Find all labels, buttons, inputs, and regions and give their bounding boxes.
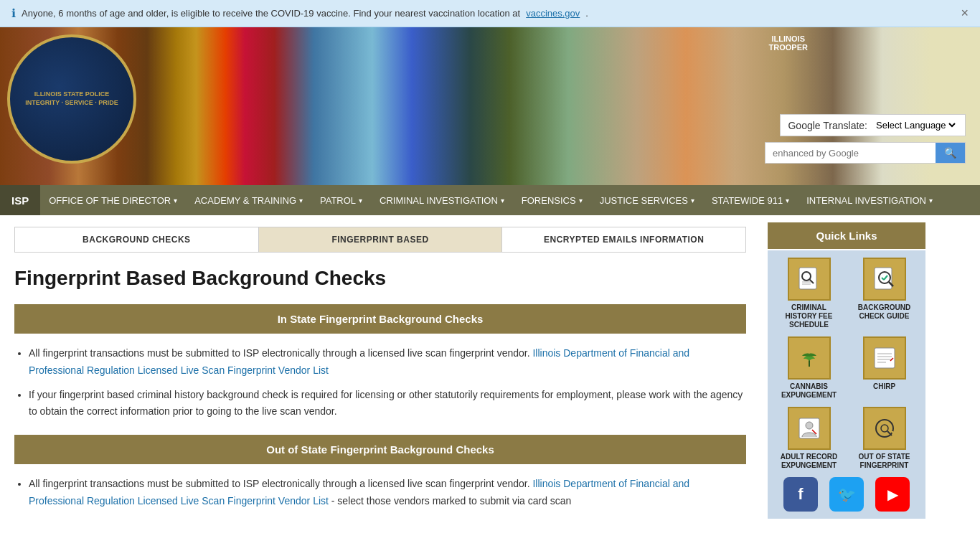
chevron-down-icon: ▾ (174, 197, 177, 204)
alert-close-button[interactable]: × (961, 6, 969, 21)
section1-list: All fingerprint transactions must be sub… (29, 345, 746, 420)
google-translate-wrapper[interactable]: Google Translate: Select Language (780, 114, 966, 136)
ql-cannabis[interactable]: CANNABIS EXPUNGEMENT (775, 336, 843, 400)
bullet-text: All fingerprint transactions must be sub… (29, 347, 532, 359)
main-content: BACKGROUND CHECKS FINGERPRINT BASED ENCR… (0, 215, 760, 536)
chevron-down-icon: ▾ (501, 197, 504, 204)
alert-bar: ℹ Anyone, 6 months of age and older, is … (0, 0, 980, 27)
chevron-down-icon: ▾ (359, 197, 362, 204)
quick-links-header: Quick Links (768, 222, 925, 249)
quick-links-grid: CRIMINAL HISTORY FEE SCHEDULE BACKGROUND… (775, 258, 918, 470)
social-links: f 🐦 ▶ (775, 477, 918, 512)
info-icon: ℹ (11, 6, 16, 20)
nav-item-statewide-911[interactable]: STATEWIDE 911 ▾ (703, 185, 798, 215)
tab-background-checks[interactable]: BACKGROUND CHECKS (15, 227, 259, 252)
header-search-area: Google Translate: Select Language 🔍 (765, 114, 966, 164)
ql-out-of-state-label: OUT OF STATE FINGERPRINT (850, 453, 918, 470)
nav-item-criminal-investigation[interactable]: CRIMINAL INVESTIGATION ▾ (371, 185, 513, 215)
list-item: All fingerprint transactions must be sub… (29, 345, 746, 380)
youtube-icon[interactable]: ▶ (875, 477, 910, 512)
chirp-icon (863, 336, 906, 380)
nav-item-academy-training[interactable]: ACADEMY & TRAINING ▾ (186, 185, 311, 215)
list-item: If your fingerprint based criminal histo… (29, 387, 746, 421)
nav-item-justice-services[interactable]: JUSTICE SERVICES ▾ (591, 185, 703, 215)
twitter-icon[interactable]: 🐦 (829, 477, 864, 512)
section2-list: All fingerprint transactions must be sub… (29, 476, 746, 510)
alert-link[interactable]: vaccines.gov (526, 8, 580, 19)
alert-text: Anyone, 6 months of age and older, is el… (22, 8, 520, 19)
site-logo[interactable]: Illinois State Police Integrity · Servic… (7, 34, 136, 164)
adult-record-icon (788, 407, 831, 450)
ql-adult-record-label: ADULT RECORD EXPUNGEMENT (775, 453, 843, 470)
chevron-down-icon: ▾ (786, 197, 789, 204)
svg-point-20 (881, 425, 888, 432)
ql-cannabis-label: CANNABIS EXPUNGEMENT (775, 382, 843, 400)
alert-content: ℹ Anyone, 6 months of age and older, is … (11, 6, 588, 20)
ql-background-check-label: BACKGROUND CHECK GUIDE (850, 303, 918, 321)
bullet-text: All fingerprint transactions must be sub… (29, 478, 532, 489)
svg-rect-0 (799, 268, 816, 289)
tab-encrypted-emails[interactable]: ENCRYPTED EMAILS INFORMATION (502, 227, 745, 252)
trooper-badge-text: ILLINOISTROOPER (769, 34, 808, 52)
ql-criminal-history[interactable]: CRIMINAL HISTORY FEE SCHEDULE (775, 258, 843, 329)
facebook-icon[interactable]: f (783, 477, 818, 512)
sidebar: Quick Links CRIMINAL HISTORY FEE SCHEDUL… (760, 215, 933, 536)
chevron-down-icon: ▾ (299, 197, 303, 204)
svg-rect-10 (875, 348, 895, 368)
fb-letter: f (798, 485, 803, 504)
chevron-down-icon: ▾ (929, 197, 933, 204)
search-bar: 🔍 (765, 142, 966, 164)
chevron-down-icon: ▾ (579, 197, 583, 204)
google-translate-label: Google Translate: (788, 120, 867, 131)
google-translate-select[interactable]: Select Language (873, 119, 958, 131)
tw-bird: 🐦 (838, 486, 856, 503)
page-title: Fingerprint Based Background Checks (14, 267, 746, 290)
nav-item-forensics[interactable]: FORENSICS ▾ (513, 185, 591, 215)
yt-play: ▶ (887, 486, 898, 503)
ql-chirp[interactable]: CHIRP (850, 336, 918, 400)
bullet-text: If your fingerprint based criminal histo… (29, 389, 743, 418)
ql-criminal-history-label: CRIMINAL HISTORY FEE SCHEDULE (775, 303, 843, 329)
ql-background-check[interactable]: BACKGROUND CHECK GUIDE (850, 258, 918, 329)
header-banner: Illinois State Police Integrity · Servic… (0, 27, 980, 185)
tab-fingerprint-based[interactable]: FINGERPRINT BASED (259, 227, 503, 252)
svg-point-17 (806, 422, 813, 429)
search-button[interactable]: 🔍 (936, 143, 965, 163)
quick-links-body: CRIMINAL HISTORY FEE SCHEDULE BACKGROUND… (768, 250, 925, 519)
nav-isp-label[interactable]: ISP (0, 185, 40, 215)
tab-bar: BACKGROUND CHECKS FINGERPRINT BASED ENCR… (14, 227, 746, 253)
ql-adult-record[interactable]: ADULT RECORD EXPUNGEMENT (775, 407, 843, 470)
search-input[interactable] (765, 143, 936, 163)
bullet-text-after: - select those vendors marked to submit … (331, 495, 572, 507)
chevron-down-icon: ▾ (691, 197, 694, 204)
nav-item-internal-investigation[interactable]: INTERNAL INVESTIGATION ▾ (798, 185, 941, 215)
section1-header: In State Fingerprint Background Checks (14, 304, 746, 334)
cannabis-icon (788, 336, 831, 380)
content-wrapper: BACKGROUND CHECKS FINGERPRINT BASED ENCR… (0, 215, 980, 536)
nav-item-office-director[interactable]: OFFICE OF THE DIRECTOR ▾ (40, 185, 186, 215)
criminal-history-icon (788, 258, 831, 301)
logo-circle: Illinois State Police Integrity · Servic… (7, 34, 136, 164)
ql-chirp-label: CHIRP (873, 382, 895, 391)
list-item: All fingerprint transactions must be sub… (29, 476, 746, 510)
ql-out-of-state[interactable]: OUT OF STATE FINGERPRINT (850, 407, 918, 470)
main-nav: ISP OFFICE OF THE DIRECTOR ▾ ACADEMY & T… (0, 185, 980, 215)
alert-period: . (585, 8, 588, 19)
logo-text: Illinois State Police Integrity · Servic… (10, 83, 133, 114)
section2-header: Out of State Fingerprint Background Chec… (14, 435, 746, 464)
background-check-icon (863, 258, 906, 301)
nav-item-patrol[interactable]: PATROL ▾ (311, 185, 371, 215)
out-of-state-icon (863, 407, 906, 450)
